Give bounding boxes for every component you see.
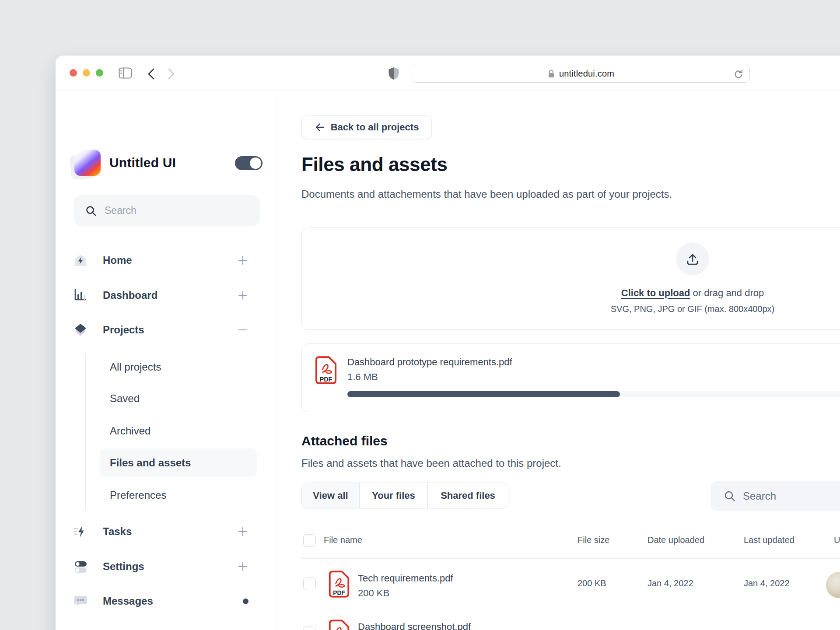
sidebar-item-label: Projects	[103, 324, 144, 336]
cell-date-uploaded: Jan 4, 2022	[648, 578, 693, 588]
column-header-file-size: File size	[578, 535, 609, 545]
back-to-projects-button[interactable]: Back to all projects	[301, 116, 432, 139]
sidebar-search-placeholder: Search	[105, 205, 136, 217]
progress-bar-track	[347, 391, 840, 397]
row-checkbox[interactable]	[303, 578, 316, 590]
row-checkbox[interactable]	[303, 626, 316, 630]
sidebar-item-label: All projects	[110, 361, 161, 373]
sidebar-item-label: Archived	[110, 425, 150, 437]
lightning-icon	[74, 525, 88, 539]
file-name[interactable]: Dashboard screenshot.pdf	[358, 621, 471, 630]
upload-icon-circle	[676, 242, 709, 276]
tab-your-files[interactable]: Your files	[359, 483, 427, 508]
sidebar-item-all-projects[interactable]: All projects	[100, 353, 257, 381]
refresh-icon[interactable]	[733, 69, 744, 80]
sidebar-item-messages[interactable]: Messages	[74, 589, 260, 613]
search-icon	[724, 490, 736, 502]
sidebar-item-tasks[interactable]: Tasks	[74, 519, 260, 544]
attached-files-subtitle: Files and assets that have been attached…	[301, 457, 561, 469]
table-search-input[interactable]: Search	[710, 481, 840, 511]
subnav-rule	[85, 354, 86, 510]
upload-hint: SVG, PNG, JPG or GIF (max. 800x400px)	[539, 304, 840, 314]
sidebar: Untitled UI Search Home	[56, 91, 277, 630]
file-name[interactable]: Tech requirements.pdf	[358, 573, 453, 584]
pdf-file-icon: PDF	[328, 619, 350, 630]
sidebar-item-projects[interactable]: Projects	[74, 318, 260, 342]
sidebar-item-label: Settings	[103, 560, 144, 573]
sidebar-item-saved[interactable]: Saved	[100, 384, 257, 413]
chat-bubble-icon	[74, 594, 88, 608]
column-header-uploaded-by-truncated: U	[834, 535, 840, 545]
arrow-left-icon	[315, 122, 325, 133]
forward-icon[interactable]	[168, 68, 175, 80]
minimize-window-button[interactable]	[83, 69, 90, 77]
sidebar-item-preferences[interactable]: Preferences	[100, 481, 257, 509]
uploading-filesize: 1.6 MB	[347, 371, 378, 383]
browser-chrome: untitledui.com	[56, 56, 840, 91]
sidebar-item-label: Files and assets	[110, 457, 191, 469]
notification-dot	[243, 598, 248, 604]
home-icon	[74, 253, 88, 267]
upload-icon	[685, 251, 700, 267]
page-title: Files and assets	[301, 154, 448, 175]
browser-window: untitledui.com Untitled UI Search	[56, 56, 840, 630]
upload-dropzone[interactable]: Click to upload or drag and drop SVG, PN…	[301, 228, 840, 330]
upload-progress-card: PDF Dashboard prototype requirements.pdf…	[301, 343, 840, 412]
table-header-divider	[301, 558, 840, 559]
sidebar-item-files-and-assets[interactable]: Files and assets	[100, 448, 257, 477]
plus-icon[interactable]	[237, 255, 248, 266]
tab-view-all[interactable]: View all	[302, 483, 359, 508]
uploading-filename: Dashboard prototype requirements.pdf	[347, 357, 512, 368]
brand-title: Untitled UI	[109, 155, 176, 170]
column-header-date-uploaded: Date uploaded	[648, 535, 704, 545]
file-size-subtext: 200 KB	[358, 588, 389, 599]
window-controls	[70, 69, 103, 77]
sidebar-item-label: Preferences	[110, 489, 166, 501]
sidebar-item-label: Saved	[110, 392, 140, 405]
click-to-upload-link[interactable]: Click to upload	[621, 287, 690, 298]
lock-icon	[547, 69, 555, 79]
pdf-file-icon: PDF	[328, 570, 350, 598]
close-window-button[interactable]	[70, 69, 77, 77]
table-search-placeholder: Search	[743, 490, 776, 502]
svg-text:PDF: PDF	[333, 590, 345, 596]
sidebar-item-label: Dashboard	[103, 289, 158, 301]
layers-icon	[74, 323, 88, 337]
plus-icon[interactable]	[237, 526, 248, 537]
svg-text:PDF: PDF	[320, 376, 332, 383]
sidebar-item-dashboard[interactable]: Dashboard	[74, 283, 260, 308]
plus-icon[interactable]	[237, 561, 248, 572]
table-row-divider	[301, 611, 840, 611]
upload-drag-text: or drag and drop	[690, 287, 764, 298]
shield-icon[interactable]	[388, 67, 399, 80]
file-filter-tabs: View all Your files Shared files	[301, 483, 508, 508]
pdf-file-icon: PDF	[315, 356, 337, 385]
back-icon[interactable]	[147, 68, 155, 80]
sidebar-search-input[interactable]: Search	[74, 195, 260, 226]
sidebar-item-label: Home	[103, 254, 132, 266]
sidebar-item-home[interactable]: Home	[74, 248, 260, 273]
theme-toggle[interactable]	[235, 156, 262, 170]
url-text: untitledui.com	[559, 69, 614, 79]
sidebar-item-archived[interactable]: Archived	[100, 416, 257, 445]
avatar	[826, 572, 840, 598]
untitled-ui-logo	[74, 150, 101, 177]
maximize-window-button[interactable]	[96, 69, 103, 77]
select-all-checkbox[interactable]	[303, 534, 316, 547]
sidebar-toggle-icon[interactable]	[119, 67, 132, 79]
address-bar[interactable]: untitledui.com	[412, 65, 750, 83]
sidebar-item-label: Messages	[103, 595, 153, 607]
plus-icon[interactable]	[237, 290, 248, 301]
search-icon	[85, 205, 97, 217]
minus-icon[interactable]	[237, 324, 248, 336]
attached-files-title: Attached files	[301, 434, 388, 448]
progress-bar-fill	[347, 391, 620, 397]
cell-file-size: 200 KB	[578, 578, 606, 588]
column-header-last-updated: Last updated	[744, 535, 794, 545]
tab-shared-files[interactable]: Shared files	[427, 483, 508, 508]
page-subtitle: Documents and attachements that have bee…	[301, 188, 672, 200]
sidebar-item-settings[interactable]: Settings	[74, 554, 260, 579]
cell-last-updated: Jan 4, 2022	[744, 578, 790, 588]
column-header-file-name: File name	[324, 535, 362, 545]
bar-chart-icon	[74, 288, 88, 302]
